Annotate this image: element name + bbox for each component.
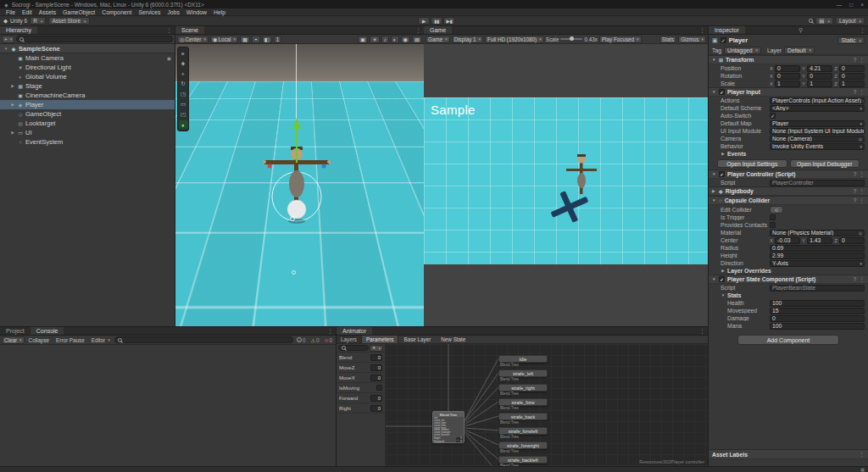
damage-field[interactable]: 0 — [770, 315, 865, 322]
reflection-probe-icon[interactable] — [292, 270, 296, 275]
panel-menu-icon[interactable]: ⋮ — [697, 327, 708, 335]
add-object-button[interactable]: + ▾ — [2, 36, 14, 43]
agents-section-header[interactable]: ▼ Agents — [360, 275, 423, 281]
rigidbody-component-header[interactable]: ▶ ◆ Rigidbody ?⋮ — [709, 186, 868, 196]
panel-menu-icon[interactable]: ⋮ — [164, 26, 175, 34]
open-input-settings-button[interactable]: Open Input Settings — [717, 159, 787, 168]
hierarchy-item-gameobject[interactable]: ◇ GameObject — [0, 109, 175, 119]
move-tool-icon[interactable]: + — [179, 69, 188, 78]
play-focused-dropdown[interactable]: Play Focused ▾ — [599, 36, 642, 43]
tab-project[interactable]: Project — [0, 327, 31, 335]
error-pause-toggle[interactable]: Error Pause — [53, 336, 87, 344]
menu-component[interactable]: Component — [98, 9, 135, 15]
panel-menu-icon[interactable]: ⋮ — [697, 26, 708, 34]
orientation-mode-button[interactable]: ◉ Local ▾ — [210, 36, 238, 43]
pause-button[interactable]: ▮▮ — [431, 17, 442, 25]
toggle-show-heightmesh[interactable]: Show HeightMesh — [360, 269, 423, 275]
snap-magnet-button[interactable]: ◓ — [252, 36, 260, 43]
position-z-field[interactable]: 0 — [839, 65, 865, 72]
game-viewport[interactable]: Sample — [424, 44, 708, 326]
rotation-x-field[interactable]: 0 — [775, 73, 800, 80]
component-enabled-checkbox[interactable]: ✓ — [719, 276, 725, 282]
object-picker-icon[interactable]: ◎ — [863, 98, 865, 103]
object-picker-icon[interactable]: ◎ — [859, 230, 862, 236]
layer-overrides-foldout[interactable]: ▶ Layer Overrides — [709, 267, 868, 275]
parameter-value-field[interactable]: 0 — [370, 354, 382, 361]
help-icon[interactable]: ? — [853, 89, 856, 96]
blend-tree-node[interactable]: Blend Tree Idle strafe_left strafe_right… — [432, 411, 465, 443]
position-x-field[interactable]: 0 — [775, 65, 800, 72]
maximize-button[interactable]: □ — [849, 2, 853, 8]
scale-z-field[interactable]: 1 — [839, 81, 865, 87]
state-node-strafe-left[interactable]: strafe_left — [498, 369, 548, 377]
direction-dropdown[interactable]: Y-Axis▾ — [770, 260, 865, 267]
menu-assets[interactable]: Assets — [36, 9, 59, 15]
parameter-movex[interactable]: MoveX0 — [337, 373, 385, 383]
play-button[interactable]: ▶ — [418, 17, 430, 25]
component-menu-icon[interactable]: ⋮ — [859, 276, 865, 283]
obstacles-section-header[interactable]: ▼ Obstacles — [360, 311, 423, 318]
open-input-debugger-button[interactable]: Open Input Debugger — [790, 159, 860, 168]
game-mode-dropdown[interactable]: Game ▾ — [426, 36, 450, 43]
radius-field[interactable]: 0.69 — [770, 245, 865, 252]
help-icon[interactable]: ? — [853, 57, 856, 64]
parameter-value-field[interactable]: 0 — [370, 395, 382, 402]
scale-y-field[interactable]: 1 — [807, 81, 832, 87]
pivot-mode-button[interactable]: ◎ Center ▾ — [177, 36, 209, 43]
mana-field[interactable]: 100 — [770, 323, 865, 330]
scene-visibility-icon[interactable]: ◉ — [401, 36, 411, 43]
breadcrumb-new-state[interactable]: New State — [436, 336, 470, 343]
health-field[interactable]: 100 — [770, 300, 865, 307]
panel-menu-icon[interactable]: ⋮ — [859, 451, 865, 458]
hierarchy-item-directional-light[interactable]: ☀ Directional Light — [0, 63, 175, 72]
panel-menu-icon[interactable]: ⋮ — [325, 327, 336, 335]
panel-menu-icon[interactable]: ⋮ — [413, 26, 424, 34]
minimize-button[interactable]: — — [837, 2, 843, 8]
player-character[interactable] — [246, 116, 348, 269]
parameter-ismoving[interactable]: IsMoving — [337, 383, 385, 393]
scale-slider[interactable] — [560, 38, 582, 40]
player-input-component-header[interactable]: ▼ ✓ Player Input ?⋮ — [709, 87, 868, 97]
auto-switch-checkbox[interactable]: ✓ — [770, 113, 776, 119]
audio-toggle-icon[interactable]: ♪ — [381, 36, 389, 43]
toggle-show-only-selected[interactable]: Show Only Selected ✓ — [360, 257, 423, 263]
hierarchy-search-input[interactable] — [16, 36, 173, 42]
grid-visibility-button[interactable]: ▦ — [240, 36, 250, 43]
component-menu-icon[interactable]: ⋮ — [859, 171, 865, 178]
menu-gameobject[interactable]: GameObject — [59, 9, 98, 15]
asset-labels-header[interactable]: Asset Labels ⋮ — [709, 450, 868, 459]
lock-icon[interactable]: ⚲ — [796, 26, 805, 34]
state-node-idle[interactable]: Idle — [498, 355, 548, 363]
state-node-strafe-forwright[interactable]: strafe_forwright — [498, 441, 548, 449]
parameter-value-field[interactable]: 0 — [370, 375, 382, 381]
expand-arrow-icon[interactable]: ▼ — [3, 47, 8, 51]
console-search-input[interactable] — [114, 336, 293, 343]
parameter-forward[interactable]: Forward0 — [337, 393, 385, 403]
editor-dropdown[interactable]: Editor ▾ — [89, 336, 113, 344]
layer-dropdown[interactable]: Default▾ — [784, 47, 815, 54]
parameter-blend[interactable]: Blend0 — [337, 353, 385, 363]
snap-increment-button[interactable]: ◧ — [262, 36, 272, 43]
center-x-field[interactable]: -0.03 — [775, 237, 800, 244]
surfaces-section-header[interactable]: ▼ Surfaces — [360, 250, 423, 257]
toggle-show-walls[interactable]: Show Walls — [360, 299, 423, 305]
display-dropdown[interactable]: Display 1 ▾ — [452, 36, 483, 43]
ai-navigation-title[interactable]: ≡ AI Navigation — [360, 241, 423, 250]
gizmos-dropdown[interactable]: Gizmos ▾ — [678, 36, 706, 43]
hierarchy-item-stage[interactable]: ▶ ▦ Stage — [0, 81, 175, 91]
error-count-toggle[interactable]: ⊘0 — [322, 337, 334, 343]
parameter-movez[interactable]: MoveZ0 — [337, 363, 385, 373]
tab-scene[interactable]: Scene — [175, 26, 204, 34]
lighting-toggle-icon[interactable]: ☀ — [370, 36, 380, 43]
animator-graph[interactable]: Blend Tree Idle strafe_left strafe_right… — [386, 344, 708, 466]
movespeed-field[interactable]: 15 — [770, 308, 865, 314]
activity-indicator-icon[interactable]: ▦ — [860, 467, 865, 472]
rotation-y-field[interactable]: 0 — [807, 73, 832, 80]
help-icon[interactable]: ? — [853, 197, 856, 204]
script-object-field[interactable]: PlayerBeanState — [770, 285, 865, 292]
resolution-dropdown[interactable]: Full HD (1920x1080) ▾ — [485, 36, 544, 43]
expand-arrow-icon[interactable]: ▶ — [10, 103, 15, 107]
rect-tool-icon[interactable]: ▭ — [179, 100, 188, 108]
component-menu-icon[interactable]: ⋮ — [859, 89, 865, 96]
component-enabled-checkbox[interactable]: ✓ — [719, 89, 725, 95]
